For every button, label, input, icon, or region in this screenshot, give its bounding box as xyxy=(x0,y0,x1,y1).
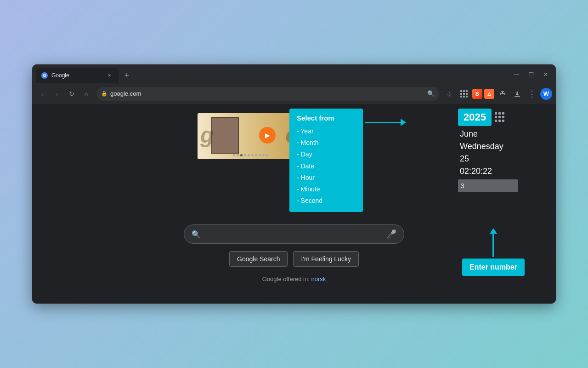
extensions-button[interactable] xyxy=(496,87,509,100)
grid-dot xyxy=(498,120,501,122)
enter-number-button[interactable]: Enter number xyxy=(462,259,525,276)
menu-button[interactable]: ⋮ xyxy=(526,87,538,100)
language-link[interactable]: norsk xyxy=(311,276,326,282)
doodle-dot xyxy=(266,154,268,156)
svg-rect-9 xyxy=(514,96,520,97)
bookmark-button[interactable]: ⊹ xyxy=(443,87,456,100)
select-panel-date[interactable]: - Date xyxy=(297,161,356,172)
search-box[interactable]: 🔍 🎤 xyxy=(184,224,404,244)
browser-tab[interactable]: G Google × xyxy=(36,68,119,83)
svg-rect-5 xyxy=(466,93,468,95)
select-panel-month[interactable]: - Month xyxy=(297,137,356,149)
svg-rect-2 xyxy=(466,90,468,92)
svg-rect-7 xyxy=(463,96,465,98)
doodle-dot xyxy=(233,154,235,156)
info-time: 02:20:22 xyxy=(460,165,525,178)
svg-rect-0 xyxy=(460,90,462,92)
grid-dot xyxy=(502,116,504,118)
up-arrow-line xyxy=(492,234,494,257)
svg-rect-1 xyxy=(463,90,465,92)
enter-section: Enter number xyxy=(462,228,525,276)
window-controls: — ❐ ✕ xyxy=(510,68,552,81)
browser-toolbar: ‹ › ↻ ⌂ 🔒 google.com 🔍 ⊹ B xyxy=(32,83,556,104)
user-avatar[interactable]: W xyxy=(540,88,552,100)
info-month: June xyxy=(460,128,525,140)
grid-dot xyxy=(502,120,504,122)
select-panel-hour[interactable]: - Hour xyxy=(297,172,356,184)
svg-rect-6 xyxy=(460,96,462,98)
doodle-dot xyxy=(244,154,246,156)
svg-rect-3 xyxy=(460,93,462,95)
downloads-button[interactable] xyxy=(511,87,524,100)
grid-dot xyxy=(495,120,497,122)
doodle-dot xyxy=(251,154,254,156)
doodle-dot-active xyxy=(240,154,243,156)
reload-button[interactable]: ↻ xyxy=(65,87,78,100)
doodle-dot xyxy=(262,154,265,156)
brave-icon[interactable]: B xyxy=(472,89,482,99)
info-details: June Wednesday 25 02:20:22 xyxy=(460,128,525,178)
page-content: g e ▶ 🔍 xyxy=(32,104,556,304)
doodle-dot xyxy=(255,154,257,156)
lock-icon: 🔒 xyxy=(101,91,107,97)
tab-title: Google xyxy=(51,72,102,79)
search-buttons: Google Search I'm Feeling Lucky xyxy=(229,251,359,267)
doodle-play-button[interactable]: ▶ xyxy=(259,127,276,144)
grid-icon-button[interactable] xyxy=(458,87,470,100)
tab-favicon: G xyxy=(41,72,48,79)
title-bar: G Google × + — ❐ ✕ xyxy=(32,64,556,83)
google-search-button[interactable]: Google Search xyxy=(229,251,288,267)
select-panel-second[interactable]: - Second xyxy=(297,195,356,207)
info-year: 2025 xyxy=(458,109,492,126)
forward-button[interactable]: › xyxy=(51,87,63,100)
search-input[interactable] xyxy=(205,225,382,243)
search-magnifier-icon: 🔍 xyxy=(192,230,201,239)
search-area: 🔍 🎤 Google Search I'm Feeling Lucky xyxy=(184,224,404,267)
close-button[interactable]: ✕ xyxy=(539,68,552,81)
info-date: 25 xyxy=(460,153,525,165)
arrow-line xyxy=(365,122,401,123)
doodle-photo xyxy=(211,117,239,154)
grid-dot xyxy=(502,112,504,115)
grid-dot xyxy=(498,116,501,118)
tab-close-button[interactable]: × xyxy=(106,72,113,79)
feeling-lucky-button[interactable]: I'm Feeling Lucky xyxy=(293,251,359,267)
address-text: google.com xyxy=(110,90,424,97)
doodle-dot xyxy=(248,154,250,156)
select-panel-title: Select from xyxy=(297,114,356,122)
minimize-button[interactable]: — xyxy=(510,68,523,81)
up-arrow-head xyxy=(490,228,497,234)
google-doodle: g e ▶ xyxy=(198,113,303,159)
language-offer: Google offered in: norsk xyxy=(262,276,326,282)
info-panel: 2025 June Wednesday 25 02:20:22 xyxy=(458,109,525,192)
home-button[interactable]: ⌂ xyxy=(80,87,93,100)
info-weekday: Wednesday xyxy=(460,140,525,153)
info-input-row xyxy=(458,179,525,192)
arrow-head xyxy=(401,119,406,126)
grid-dot xyxy=(498,112,501,115)
address-bar[interactable]: 🔒 google.com 🔍 xyxy=(96,87,439,101)
svg-rect-4 xyxy=(463,93,465,95)
doodle-dot xyxy=(237,154,239,156)
doodle-dot xyxy=(259,154,261,156)
up-arrow xyxy=(490,228,497,257)
address-search-icon: 🔍 xyxy=(427,90,435,97)
select-panel: Select from - Year - Month - Day - Date … xyxy=(289,109,363,212)
doodle-dots xyxy=(198,154,303,156)
grid-dot xyxy=(495,112,497,115)
grid-dot xyxy=(495,116,497,118)
svg-rect-8 xyxy=(466,96,468,98)
select-panel-day[interactable]: - Day xyxy=(297,149,356,160)
arrow-right xyxy=(365,119,406,126)
browser-window: G Google × + — ❐ ✕ ‹ › ↻ ⌂ 🔒 google.com … xyxy=(32,64,556,304)
maximize-button[interactable]: ❐ xyxy=(525,68,537,81)
new-tab-button[interactable]: + xyxy=(120,69,133,82)
select-panel-minute[interactable]: - Minute xyxy=(297,184,356,195)
brave-rewards-icon[interactable]: △ xyxy=(484,89,494,99)
number-input[interactable] xyxy=(458,179,518,192)
microphone-icon[interactable]: 🎤 xyxy=(386,229,396,239)
apps-grid-button[interactable] xyxy=(495,112,504,122)
select-panel-year[interactable]: - Year xyxy=(297,126,356,137)
back-button[interactable]: ‹ xyxy=(36,87,49,100)
